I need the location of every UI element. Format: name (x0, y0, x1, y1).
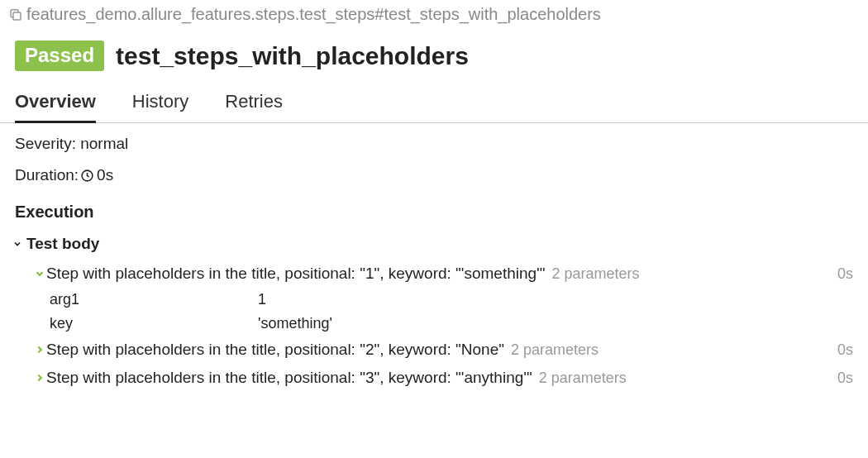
svg-rect-0 (13, 12, 21, 20)
param-key: arg1 (50, 291, 258, 308)
step-title: Step with placeholders in the title, pos… (46, 341, 504, 359)
chevron-down-icon (12, 239, 23, 249)
breadcrumb: features_demo.allure_features.steps.test… (0, 0, 868, 27)
title-row: Passed test_steps_with_placeholders (0, 27, 868, 86)
execution-header: Execution (0, 198, 868, 230)
step-row[interactable]: Step with placeholders in the title, pos… (0, 364, 868, 392)
duration-row: Duration: 0s (15, 166, 853, 184)
clock-icon (80, 169, 94, 183)
param-key: key (50, 315, 258, 332)
tab-history[interactable]: History (132, 86, 188, 122)
page-title: test_steps_with_placeholders (116, 42, 469, 70)
step-duration: 0s (837, 370, 853, 387)
step-duration: 0s (837, 341, 853, 359)
chevron-down-icon (33, 268, 46, 279)
step-row[interactable]: Step with placeholders in the title, pos… (0, 260, 868, 288)
step-title: Step with placeholders in the title, pos… (46, 369, 532, 387)
severity-value: normal (80, 135, 128, 153)
duration-value: 0s (97, 166, 113, 184)
severity-row: Severity: normal (15, 135, 853, 153)
meta-section: Severity: normal Duration: 0s (0, 123, 868, 184)
test-body-toggle[interactable]: Test body (0, 230, 868, 260)
tab-overview[interactable]: Overview (15, 86, 96, 123)
step-duration: 0s (837, 265, 853, 283)
tabs: Overview History Retries (0, 86, 868, 123)
param-row: arg1 1 (0, 288, 868, 312)
status-badge: Passed (15, 41, 104, 71)
chevron-right-icon (33, 344, 46, 355)
param-value: 'something' (258, 315, 853, 332)
copy-icon (8, 7, 23, 22)
param-row: key 'something' (0, 312, 868, 336)
param-count: 2 parameters (539, 370, 627, 387)
chevron-right-icon (33, 372, 46, 384)
breadcrumb-text: features_demo.allure_features.steps.test… (26, 5, 601, 24)
param-value: 1 (258, 291, 853, 308)
step-title: Step with placeholders in the title, pos… (46, 265, 546, 283)
duration-label: Duration: (15, 166, 79, 184)
param-count: 2 parameters (552, 265, 640, 283)
severity-label: Severity: (15, 135, 76, 153)
step-row[interactable]: Step with placeholders in the title, pos… (0, 336, 868, 364)
test-body-label: Test body (26, 235, 99, 253)
tab-retries[interactable]: Retries (225, 86, 283, 122)
param-count: 2 parameters (511, 341, 599, 359)
